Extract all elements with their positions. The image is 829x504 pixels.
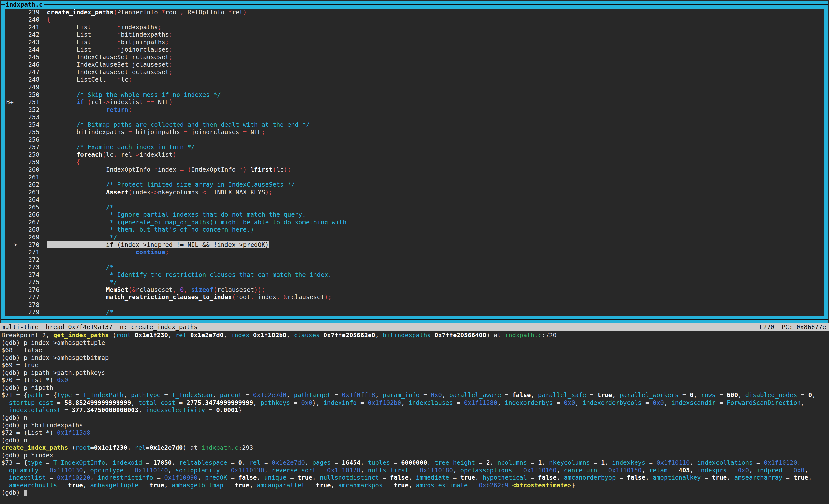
code-token: */ xyxy=(106,278,117,286)
code-token: * (generate_bitmap_or_paths() might be a… xyxy=(106,219,347,226)
code-token: 6000000 xyxy=(401,459,427,466)
line-number: 252 xyxy=(6,106,47,113)
code-token: false xyxy=(390,474,408,481)
line-number: 260 xyxy=(6,166,47,173)
code-token: = xyxy=(39,467,50,474)
gdb-output-line: (gdb) p *index xyxy=(1,452,829,459)
code-token: }, xyxy=(312,399,323,406)
code-token: 0x0 xyxy=(738,467,749,474)
code-token: /* Protect limited-size array in IndexCl… xyxy=(106,181,295,188)
line-number: 275 xyxy=(6,278,47,286)
code-token: , xyxy=(223,332,231,339)
code-token: (gdb) n xyxy=(1,437,27,444)
gdb-console[interactable]: Breakpoint 2, get_index_paths (root=0x1e… xyxy=(0,332,829,504)
code-token: true xyxy=(235,482,249,489)
code-token: 0x1f11280 xyxy=(464,399,497,406)
code-token: , xyxy=(128,444,135,451)
code-token: = xyxy=(153,474,164,481)
code-token: amcostestimate xyxy=(416,482,468,489)
code-token: T_IndexOptInfo xyxy=(53,459,105,466)
code-token: ( xyxy=(213,286,217,293)
line-number: 274 xyxy=(6,271,47,278)
code-token: indexpaths xyxy=(121,24,158,31)
window-border-top-line xyxy=(1,4,828,5)
code-token: IndexClauseSet eclauseset xyxy=(47,69,169,76)
source-line-252: 252 return; xyxy=(6,106,828,114)
source-line-264: 264 xyxy=(6,196,828,204)
code-token: , xyxy=(286,332,294,339)
source-code-area[interactable]: 239 create_index_paths(PlannerInfo *root… xyxy=(1,9,828,316)
code-token: root xyxy=(236,294,250,301)
code-token: 0x1f10990 xyxy=(164,474,197,481)
code-token: = xyxy=(124,467,135,474)
code-token: (gdb) p *bitindexpaths xyxy=(1,422,83,429)
code-token: ) xyxy=(243,9,247,16)
gdb-prompt-line[interactable]: (gdb) xyxy=(1,489,829,497)
code-token: parallel_safe xyxy=(538,391,586,399)
code-token: ) at xyxy=(183,444,201,451)
code-token: = { xyxy=(42,391,57,399)
line-number: 273 xyxy=(6,264,47,271)
code-token: $70 = (List *) xyxy=(1,377,57,384)
code-token: rclauseset xyxy=(217,286,254,293)
line-number: 264 xyxy=(6,196,47,203)
code-token: , xyxy=(556,474,564,481)
gdb-output-line: Breakpoint 2, get_index_paths (root=0x1e… xyxy=(1,332,829,339)
code-token: , xyxy=(804,467,808,474)
code-token: rel xyxy=(135,444,146,451)
code-token xyxy=(176,286,180,293)
code-token: ( xyxy=(109,332,116,339)
source-line-276: 276 MemSet(&rclauseset, 0, sizeof(rclaus… xyxy=(6,286,828,294)
code-token: = xyxy=(180,166,184,173)
line-number: 243 xyxy=(6,39,47,46)
line-number: 248 xyxy=(6,76,47,83)
code-token: tree_height xyxy=(434,459,475,466)
code-token: { xyxy=(47,16,51,23)
code-token: RelOptInfo xyxy=(184,9,228,16)
code-token: 0 xyxy=(180,286,184,293)
code-token: indexkeys xyxy=(612,459,645,466)
code-token: * xyxy=(228,9,232,16)
code-token: true xyxy=(793,474,808,481)
code-token: = xyxy=(205,406,216,414)
code-token: , xyxy=(542,459,549,466)
line-number: 263 xyxy=(6,189,47,196)
code-token: nkeycolumns xyxy=(549,459,590,466)
code-token: , xyxy=(180,9,184,16)
code-token: = xyxy=(61,406,72,414)
code-token: 0x1f10170 xyxy=(327,467,360,474)
code-token: pathtype xyxy=(131,391,160,399)
source-line-255: 255 bitindexpaths = bitjoinpaths = joino… xyxy=(6,128,828,136)
code-token: = xyxy=(72,391,83,399)
code-token: IndexClauseSet rclauseset xyxy=(47,53,169,61)
code-token: )); xyxy=(254,286,265,293)
gdb-output-line: (gdb) n xyxy=(1,414,829,422)
code-token: 0x1f0ff18 xyxy=(342,391,375,399)
code-token: , xyxy=(375,391,383,399)
source-line-259: 259 { xyxy=(6,158,828,166)
code-token: 0x1f10180 xyxy=(420,467,453,474)
source-line-265: 265 /* xyxy=(6,204,828,211)
code-token xyxy=(47,278,106,286)
code-token xyxy=(47,294,106,301)
code-token: create_index_paths xyxy=(1,444,68,451)
code-token: , xyxy=(490,459,497,466)
code-token: /* xyxy=(106,309,113,316)
source-window[interactable]: indxpath.c 239 create_index_paths(Planne… xyxy=(1,1,828,324)
code-token: = xyxy=(320,332,324,339)
code-token: joinorclauses xyxy=(188,128,243,135)
code-token: 0 xyxy=(690,391,693,399)
code-token: rel xyxy=(175,332,186,339)
source-line-248: 248 ListCell *lc; xyxy=(6,76,828,83)
code-token: bitjoinpaths xyxy=(132,128,184,135)
code-token: * them, but that's of no concern here.) xyxy=(106,226,254,233)
code-token: = xyxy=(645,459,656,466)
gdb-output-line: amsearchnulls = true, amhasgettuple = tr… xyxy=(1,482,829,489)
code-token xyxy=(1,467,9,474)
code-token: * Identify the restriction clauses that … xyxy=(106,271,332,278)
code-token xyxy=(47,234,106,241)
code-token: = xyxy=(383,482,394,489)
line-number: 277 xyxy=(6,294,47,301)
code-token: 0xb262c9 xyxy=(479,482,508,489)
code-token: , xyxy=(264,467,272,474)
